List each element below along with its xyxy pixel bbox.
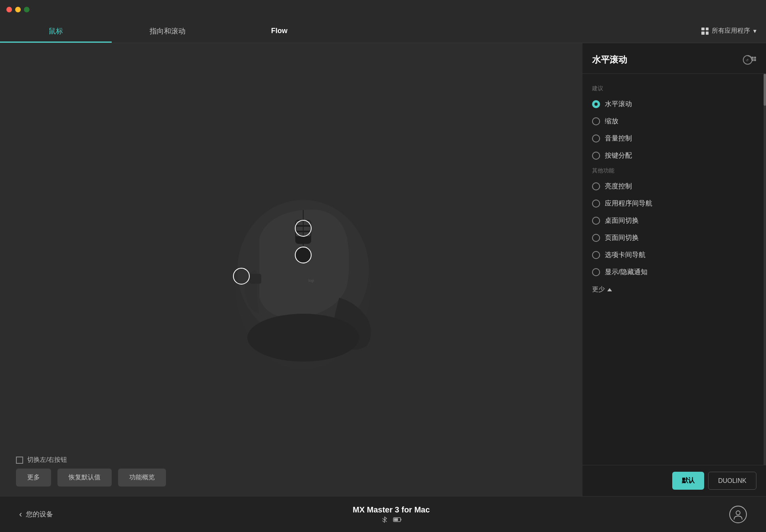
tab-flow[interactable]: Flow — [223, 19, 335, 43]
profile-button[interactable] — [729, 506, 747, 523]
reset-button[interactable]: 恢复默认值 — [57, 469, 112, 487]
radio-brightness — [592, 182, 600, 190]
section-label-other: 其他功能 — [582, 164, 766, 178]
radio-notification — [592, 268, 600, 276]
radio-page-switch — [592, 234, 600, 242]
panel-title: 水平滚动 — [592, 54, 627, 66]
radio-keymap — [592, 152, 600, 160]
panel-body: 建议 水平滚动 缩放 音量控制 按键分配 其他功能 — [582, 74, 766, 465]
swap-buttons-checkbox[interactable] — [16, 457, 23, 464]
panel-header-icon[interactable]: ↺ — [742, 53, 756, 67]
scroll-wheel-dot[interactable] — [295, 220, 312, 237]
panel-header: 水平滚动 ↺ — [582, 43, 766, 74]
tab-mouse[interactable]: 鼠标 — [0, 19, 112, 43]
device-info: MX Master 3 for Mac — [353, 505, 430, 523]
section-label-suggestions: 建议 — [582, 82, 766, 95]
scrollbar-track[interactable] — [764, 74, 766, 465]
option-volume[interactable]: 音量控制 — [582, 130, 766, 147]
panel-footer: 默认 DUOLINK — [582, 465, 766, 496]
titlebar — [0, 0, 766, 19]
option-keymap[interactable]: 按键分配 — [582, 147, 766, 164]
option-zoom[interactable]: 缩放 — [582, 113, 766, 130]
option-tab-nav[interactable]: 选项卡间导航 — [582, 246, 766, 263]
footer-bar: ‹ 您的设备 MX Master 3 for Mac — [0, 496, 766, 532]
svg-point-10 — [247, 314, 359, 362]
device-icons — [353, 516, 430, 523]
mouse-svg: logi — [188, 158, 395, 382]
apps-grid-icon — [701, 28, 709, 35]
bottom-buttons: 更多 恢复默认值 功能概览 — [16, 469, 166, 487]
svg-rect-18 — [401, 519, 401, 520]
back-button[interactable]: ‹ 您的设备 — [19, 509, 53, 520]
thumb-button-dot[interactable] — [233, 268, 250, 285]
right-panel: 水平滚动 ↺ 建议 — [582, 43, 766, 496]
duolink-button[interactable]: DUOLINK — [708, 472, 756, 490]
back-label: 您的设备 — [26, 510, 53, 519]
svg-text:logi: logi — [308, 279, 314, 283]
profile-icon — [732, 509, 744, 520]
show-less-button[interactable]: 更少 — [582, 281, 766, 299]
option-page-switch[interactable]: 页面间切换 — [582, 229, 766, 246]
radio-volume — [592, 134, 600, 142]
nav-tabs: 鼠标 指向和滚动 Flow 所有应用程序 ▾ — [0, 19, 766, 43]
svg-rect-13 — [752, 57, 754, 59]
bluetooth-icon — [381, 516, 388, 523]
radio-desktop-switch — [592, 217, 600, 225]
apps-selector[interactable]: 所有应用程序 ▾ — [701, 27, 766, 35]
default-button[interactable]: 默认 — [672, 472, 704, 490]
option-desktop-switch[interactable]: 桌面间切换 — [582, 212, 766, 229]
minimize-button[interactable] — [15, 7, 21, 12]
radio-app-nav — [592, 200, 600, 208]
traffic-lights — [6, 7, 30, 12]
option-app-nav[interactable]: 应用程序间导航 — [582, 195, 766, 212]
option-notification[interactable]: 显示/隐藏通知 — [582, 263, 766, 281]
radio-tab-nav — [592, 251, 600, 259]
option-horizontal-scroll[interactable]: 水平滚动 — [582, 95, 766, 113]
tab-pointer[interactable]: 指向和滚动 — [112, 19, 223, 43]
overview-button[interactable]: 功能概览 — [118, 469, 166, 487]
svg-text:↺: ↺ — [746, 58, 749, 62]
svg-rect-15 — [752, 59, 754, 61]
option-brightness[interactable]: 亮度控制 — [582, 178, 766, 195]
swap-buttons-label: 切换左/右按钮 — [27, 456, 67, 464]
mouse-illustration: logi — [188, 158, 395, 382]
scrollbar-thumb[interactable] — [764, 74, 766, 106]
maximize-button[interactable] — [24, 7, 30, 12]
back-arrow-icon: ‹ — [19, 509, 22, 520]
chevron-up-icon — [607, 288, 612, 291]
device-name: MX Master 3 for Mac — [353, 505, 430, 514]
panel-mode-icon: ↺ — [742, 53, 756, 67]
swap-buttons-checkbox-area: 切换左/右按钮 — [16, 456, 67, 464]
radio-horizontal-scroll — [592, 100, 600, 108]
main-content: logi 切换左/右按钮 更多 恢复默认值 功能概览 — [0, 43, 766, 496]
svg-rect-7 — [249, 274, 261, 284]
radio-zoom — [592, 117, 600, 125]
more-button[interactable]: 更多 — [16, 469, 51, 487]
svg-rect-14 — [754, 57, 756, 59]
svg-point-20 — [736, 511, 740, 515]
middle-button-dot[interactable] — [295, 247, 312, 263]
close-button[interactable] — [6, 7, 12, 12]
battery-icon — [393, 517, 402, 522]
svg-rect-19 — [394, 518, 398, 521]
svg-rect-16 — [754, 59, 756, 61]
mouse-area: logi 切换左/右按钮 更多 恢复默认值 功能概览 — [0, 43, 582, 496]
